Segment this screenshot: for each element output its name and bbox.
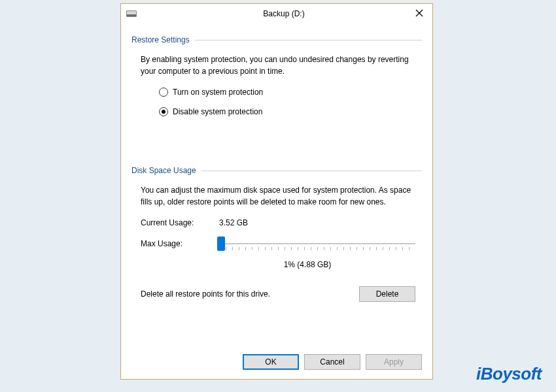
radio-disable[interactable]: Disable system protection: [159, 106, 415, 118]
close-button[interactable]: [406, 4, 432, 22]
watermark-logo: iBoysoft: [476, 364, 542, 384]
slider-track: [219, 243, 415, 244]
disk-usage-header: Disk Space Usage: [131, 166, 422, 175]
current-usage-value: 3.52 GB: [219, 217, 248, 229]
window-title: Backup (D:): [141, 9, 427, 18]
radio-turn-on[interactable]: Turn on system protection: [159, 86, 415, 98]
close-icon: [415, 9, 423, 17]
titlebar: Backup (D:): [121, 4, 432, 24]
current-usage-row: Current Usage: 3.52 GB: [141, 217, 415, 229]
max-usage-label: Max Usage:: [141, 238, 219, 250]
restore-settings-header: Restore Settings: [131, 35, 422, 44]
max-usage-row: Max Usage:: [141, 235, 415, 252]
restore-description: By enabling system protection, you can u…: [141, 54, 415, 77]
apply-button[interactable]: Apply: [366, 354, 422, 370]
cancel-button[interactable]: Cancel: [304, 354, 360, 370]
ok-button[interactable]: OK: [243, 354, 299, 370]
restore-settings-label: Restore Settings: [131, 35, 195, 44]
radio-disable-label: Disable system protection: [173, 106, 262, 118]
divider: [201, 171, 422, 171]
dialog-content: Restore Settings By enabling system prot…: [121, 24, 432, 312]
drive-icon: [126, 10, 137, 17]
delete-description: Delete all restore points for this drive…: [141, 288, 270, 300]
radio-turn-on-label: Turn on system protection: [173, 86, 263, 98]
max-usage-slider[interactable]: [219, 235, 415, 252]
slider-value-label: 1% (4.88 GB): [200, 259, 415, 270]
radio-icon: [159, 88, 168, 97]
disk-usage-label: Disk Space Usage: [131, 166, 201, 175]
current-usage-label: Current Usage:: [141, 217, 219, 229]
delete-button[interactable]: Delete: [359, 286, 415, 302]
disk-usage-body: You can adjust the maximum disk space us…: [131, 182, 422, 306]
disk-description: You can adjust the maximum disk space us…: [141, 184, 415, 208]
slider-ticks: [219, 247, 415, 250]
divider: [195, 40, 422, 41]
delete-row: Delete all restore points for this drive…: [141, 286, 415, 302]
slider-thumb[interactable]: [217, 237, 225, 251]
restore-settings-body: By enabling system protection, you can u…: [131, 51, 422, 129]
system-protection-dialog: Backup (D:) Restore Settings By enabling…: [120, 3, 433, 380]
protection-radio-group: Turn on system protection Disable system…: [141, 86, 415, 118]
dialog-button-bar: OK Cancel Apply: [243, 354, 422, 370]
radio-icon: [159, 107, 168, 116]
